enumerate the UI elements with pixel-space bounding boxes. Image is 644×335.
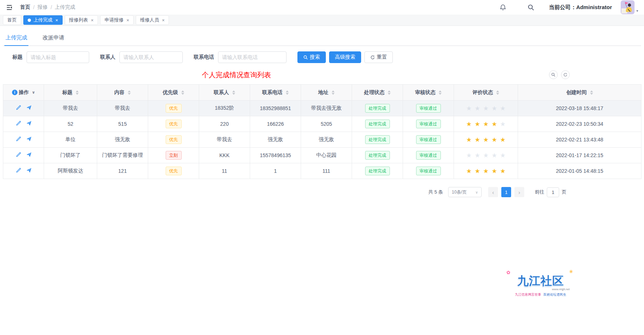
chevron-down-icon[interactable]: ∨ (32, 90, 35, 95)
close-icon[interactable]: × (91, 18, 94, 23)
tab-维修人员[interactable]: 维修人员× (136, 15, 169, 25)
edit-button[interactable] (16, 152, 21, 157)
search-button[interactable]: 搜索 (297, 51, 326, 63)
tab-label: 报修列表 (69, 17, 88, 23)
star-icon: ★ (491, 136, 497, 143)
star-icon: ★ (483, 105, 489, 112)
page-1-button[interactable]: 1 (501, 187, 511, 197)
sort-icon[interactable] (332, 90, 335, 95)
table-search-button[interactable] (549, 70, 558, 79)
tab-上传完成[interactable]: 上传完成× (23, 15, 63, 25)
audit-status-tag: 审核通过 (416, 135, 441, 144)
edit-button[interactable] (16, 105, 21, 110)
breadcrumb-item[interactable]: 上传完成 (55, 4, 75, 11)
sort-icon[interactable] (286, 90, 289, 95)
sort-icon[interactable] (496, 90, 499, 95)
search-field: 标题 (12, 51, 89, 63)
total-count: 共 5 条 (428, 189, 443, 195)
edit-button[interactable] (16, 136, 21, 142)
breadcrumb-item[interactable]: 报修 (37, 4, 48, 11)
rating-cell: ★★★★★ (454, 163, 518, 179)
send-button[interactable] (26, 136, 32, 142)
close-icon[interactable]: × (162, 18, 165, 23)
flower-icon: ❀ (569, 269, 573, 274)
table-toolbar (549, 70, 570, 79)
sort-icon[interactable] (439, 90, 442, 95)
avatar-caret-icon[interactable]: ▾ (636, 9, 638, 14)
sort-icon[interactable] (232, 90, 235, 95)
navbar-right: 当前公司：Administrator ▾ (499, 0, 638, 14)
rating-cell: ★★★★★ (454, 101, 518, 116)
tab-申请报修[interactable]: 申请报修× (100, 15, 134, 25)
page-size-select[interactable]: 10条/页 ∨ (448, 187, 482, 197)
avatar[interactable] (621, 0, 635, 14)
page-size-value: 10条/页 (452, 189, 467, 195)
table-refresh-button[interactable] (561, 70, 570, 79)
goto-page-input[interactable] (547, 187, 559, 197)
search-field: 联系人 (100, 51, 183, 63)
operations-cell (3, 101, 44, 116)
sub-tab-上传完成[interactable]: 上传完成 (4, 31, 28, 46)
input-标题[interactable] (27, 51, 89, 63)
results-table: i操作∨标题内容优先级联系人联系电话地址处理状态审核状态评价状态创建时间带我去带… (3, 84, 641, 179)
sort-icon[interactable] (590, 90, 593, 95)
field-label: 联系电话 (194, 54, 214, 61)
column-header-联系电话: 联系电话 (250, 85, 301, 101)
sub-tab-改派申请[interactable]: 改派申请 (42, 31, 66, 46)
sidebar-collapse-icon[interactable] (6, 4, 13, 11)
edit-button[interactable] (16, 121, 21, 126)
reset-button[interactable]: 重置 (364, 51, 393, 63)
star-icon: ★ (475, 168, 480, 175)
title-cell: 单位 (44, 132, 97, 148)
star-icon: ★ (500, 105, 505, 112)
column-header-操作: i操作∨ (3, 85, 44, 101)
list-title: 个人完成情况查询列表 (202, 71, 271, 79)
star-icon: ★ (483, 121, 489, 128)
advanced-search-button[interactable]: 高级搜索 (329, 51, 361, 63)
star-icon: ★ (500, 136, 505, 143)
column-label: 标题 (62, 89, 72, 96)
table-row: 单位强无敌优先带我去强无敌强无敌处理完成审核通过★★★★★2022-02-21 … (3, 132, 641, 148)
tab-首页[interactable]: 首页 (3, 15, 21, 25)
breadcrumb-item[interactable]: 首页 (20, 4, 30, 11)
priority-cell: 优先 (148, 132, 199, 148)
column-label: 处理状态 (364, 89, 384, 96)
input-联系电话[interactable] (218, 51, 287, 63)
star-icon: ★ (500, 152, 505, 159)
column-header-联系人: 联系人 (199, 85, 250, 101)
table-header-row: i操作∨标题内容优先级联系人联系电话地址处理状态审核状态评价状态创建时间 (3, 85, 641, 101)
column-header-审核状态: 审核状态 (403, 85, 454, 101)
content-cell: 121 (97, 163, 148, 179)
info-icon[interactable]: i (12, 90, 17, 95)
close-icon[interactable]: × (55, 18, 58, 23)
star-icon: ★ (500, 121, 505, 128)
sort-icon[interactable] (388, 90, 391, 95)
prev-page-button[interactable]: ‹ (488, 187, 498, 197)
search-icon[interactable] (528, 4, 534, 11)
address-cell: 5205 (301, 116, 352, 132)
sort-icon[interactable] (76, 90, 79, 95)
send-button[interactable] (26, 152, 32, 157)
send-button[interactable] (26, 105, 32, 110)
audit-status-tag-cell: 审核通过 (403, 163, 454, 179)
sort-icon[interactable] (128, 90, 131, 95)
column-header-处理状态: 处理状态 (352, 85, 403, 101)
edit-button[interactable] (16, 168, 21, 173)
search-field: 联系电话 (194, 51, 287, 63)
notification-bell-icon[interactable] (499, 4, 506, 11)
send-button[interactable] (26, 168, 32, 173)
tab-报修列表[interactable]: 报修列表× (65, 15, 98, 25)
send-button[interactable] (26, 121, 32, 126)
star-icon: ★ (491, 168, 497, 175)
operations-cell (3, 163, 44, 179)
input-联系人[interactable] (119, 51, 183, 63)
phone-cell: 15578496135 (250, 148, 301, 163)
sort-icon[interactable] (181, 90, 184, 95)
column-header-地址: 地址 (301, 85, 352, 101)
column-label: 审核状态 (415, 89, 435, 96)
next-page-button[interactable]: › (514, 187, 524, 197)
close-icon[interactable]: × (126, 18, 129, 23)
star-icon: ★ (500, 168, 505, 175)
rating-cell: ★★★★★ (454, 148, 518, 163)
phone-cell: 1 (250, 163, 301, 179)
